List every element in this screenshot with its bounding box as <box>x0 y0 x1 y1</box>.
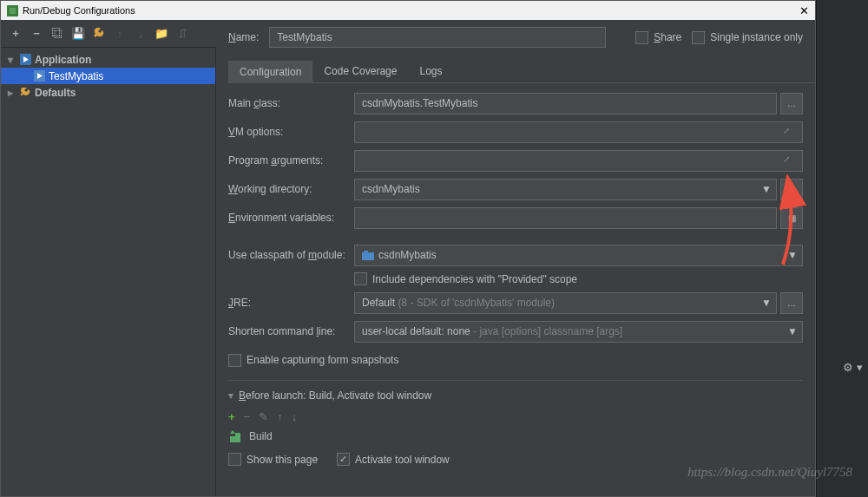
working-dir-label: Working directory: <box>228 183 354 195</box>
jre-select[interactable]: Default (8 - SDK of 'csdnMybatis' module… <box>354 292 777 314</box>
header-row: NName:ame: Share Single instance only <box>216 20 815 48</box>
program-args-input[interactable]: ⤢ <box>354 150 803 172</box>
tree-toolbar: + − ⿻ 💾 ↑ ↓ 📁 ⇵ <box>1 20 216 48</box>
tree-node-defaults[interactable]: ▸ Defaults <box>1 84 215 101</box>
app-icon <box>6 4 18 16</box>
env-vars-label: Environment variables: <box>228 212 354 224</box>
program-args-label: Program arguments: <box>228 154 354 167</box>
titlebar: Run/Debug Configurations ✕ <box>1 1 815 20</box>
move-up-icon[interactable]: ↑ <box>277 410 283 423</box>
add-icon[interactable]: + <box>8 26 23 42</box>
tab-configuration[interactable]: Configuration <box>228 61 312 83</box>
watermark-text: https://blog.csdn.net/Qiuyl7758 <box>687 465 852 480</box>
chevron-down-icon[interactable]: ▼ <box>784 322 801 342</box>
before-launch-header[interactable]: ▾ Before launch: Build, Activate tool wi… <box>228 389 803 402</box>
close-icon[interactable]: ✕ <box>798 4 810 17</box>
tree-panel: ▾ Application TestMybatis ▸ <box>1 48 216 496</box>
svg-rect-7 <box>235 433 240 442</box>
remove-task-icon[interactable]: − <box>244 410 251 423</box>
tab-code-coverage[interactable]: Code Coverage <box>312 60 408 82</box>
chevron-down-icon[interactable]: ▼ <box>758 293 775 313</box>
svg-rect-1 <box>10 8 16 14</box>
include-provided-checkbox[interactable]: Include dependencies with "Provided" sco… <box>354 272 577 285</box>
shorten-select[interactable]: user-local default: none - java [options… <box>354 321 803 343</box>
browse-working-dir-button[interactable]: … <box>780 179 803 200</box>
config-panel: Configuration Code Coverage Logs Main cl… <box>216 48 815 496</box>
add-task-icon[interactable]: + <box>228 410 235 423</box>
save-icon[interactable]: 💾 <box>70 26 86 42</box>
share-label: Share <box>654 31 681 43</box>
enable-snapshots-checkbox[interactable]: Enable capturing form snapshots <box>228 354 398 367</box>
name-label: NName:ame: <box>228 31 259 43</box>
vm-options-label: VM options: <box>228 126 354 138</box>
classpath-label: Use classpath of module: <box>228 249 354 261</box>
main-class-input[interactable]: csdnMybatis.TestMybatis <box>354 93 777 114</box>
main-split: ▾ Application TestMybatis ▸ <box>1 48 815 496</box>
svg-rect-5 <box>364 251 368 253</box>
dialog-content: + − ⿻ 💾 ↑ ↓ 📁 ⇵ NName:ame: Share <box>1 20 815 496</box>
wrench-small-icon <box>18 88 32 98</box>
tab-bar: Configuration Code Coverage Logs <box>228 60 815 83</box>
wrench-icon[interactable] <box>91 26 107 42</box>
expand-arrow-icon[interactable]: ▾ <box>8 54 18 66</box>
svg-rect-4 <box>362 252 374 260</box>
edit-task-icon[interactable]: ✎ <box>259 410 268 423</box>
classpath-select[interactable]: csdnMybatis ▼ <box>354 245 803 266</box>
build-task-item[interactable]: Build <box>228 427 803 446</box>
module-icon <box>362 251 374 260</box>
folder-icon[interactable]: 📁 <box>154 26 169 42</box>
tree-item-testmybatis[interactable]: TestMybatis <box>1 68 215 84</box>
share-checkbox[interactable]: Share <box>635 31 681 44</box>
activate-window-checkbox[interactable]: ✓ Activate tool window <box>337 453 450 466</box>
show-page-checkbox[interactable]: Show this page <box>228 453 318 466</box>
shorten-label: Shorten command line: <box>228 325 354 337</box>
vm-options-input[interactable]: ⤢ <box>354 121 803 143</box>
section-separator <box>228 380 803 381</box>
expand-field-icon[interactable]: ⤢ <box>783 126 799 135</box>
collapse-arrow-icon[interactable]: ▸ <box>8 87 18 99</box>
jre-label: JRE: <box>228 297 354 309</box>
expand-field-icon[interactable]: ⤢ <box>783 154 799 164</box>
up-icon[interactable]: ↑ <box>112 26 128 42</box>
tree-node-application[interactable]: ▾ Application <box>1 51 215 68</box>
move-down-icon[interactable]: ↓ <box>292 410 298 423</box>
working-dir-input[interactable]: csdnMybatis▼ <box>354 179 777 200</box>
browse-jre-button[interactable]: … <box>780 292 803 314</box>
single-instance-label: Single instance only <box>710 31 803 43</box>
copy-icon[interactable]: ⿻ <box>49 26 65 42</box>
run-config-icon <box>32 70 46 82</box>
remove-icon[interactable]: − <box>29 26 44 42</box>
gear-icon[interactable]: ⚙ ▾ <box>843 361 863 374</box>
down-icon[interactable]: ↓ <box>133 26 148 42</box>
main-class-label: Main class: <box>228 97 354 109</box>
browse-main-class-button[interactable]: … <box>780 93 803 114</box>
chevron-down-icon[interactable]: ▼ <box>758 180 775 199</box>
before-launch-toolbar: + − ✎ ↑ ↓ <box>228 407 803 427</box>
dialog-window: Run/Debug Configurations ✕ + − ⿻ 💾 ↑ ↓ 📁… <box>0 0 816 497</box>
chevron-down-icon[interactable]: ▼ <box>784 245 801 265</box>
collapse-icon[interactable]: ⇵ <box>174 26 190 42</box>
check-icon: ✓ <box>339 454 347 465</box>
svg-rect-6 <box>230 436 235 442</box>
build-icon <box>230 430 246 442</box>
tab-logs[interactable]: Logs <box>408 60 453 82</box>
name-input[interactable] <box>269 27 606 48</box>
background-panel: ⚙ ▾ <box>816 0 868 497</box>
application-icon <box>18 54 32 65</box>
single-instance-checkbox[interactable]: Single instance only <box>692 31 803 44</box>
collapse-arrow-icon[interactable]: ▾ <box>228 389 233 402</box>
form-area: Main class: csdnMybatis.TestMybatis … VM… <box>216 83 815 474</box>
env-vars-input[interactable] <box>354 207 777 229</box>
browse-env-button[interactable]: ▦ <box>780 207 803 229</box>
dialog-title: Run/Debug Configurations <box>23 5 135 16</box>
